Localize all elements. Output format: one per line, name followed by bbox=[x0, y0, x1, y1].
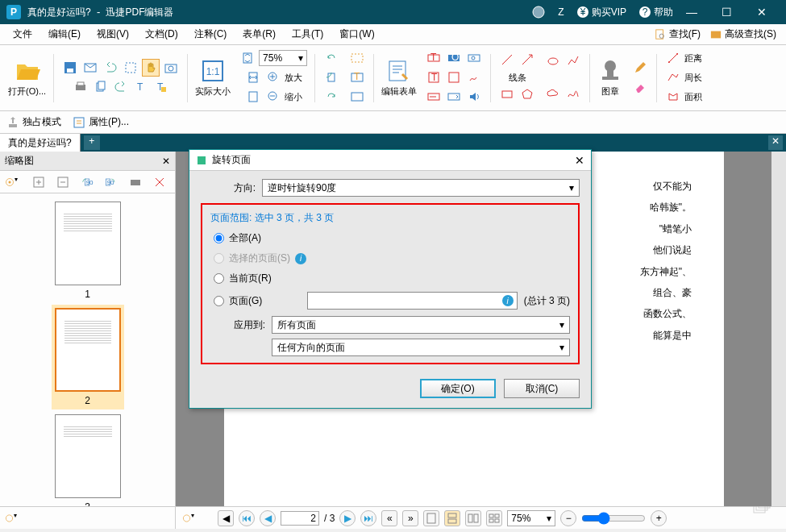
arrow-button[interactable] bbox=[518, 51, 536, 69]
help-button[interactable]: ?帮助 bbox=[639, 6, 673, 19]
next-page-button[interactable]: ▶ bbox=[339, 510, 356, 526]
adv-find-button[interactable]: 高级查找(S) bbox=[705, 27, 781, 41]
info-icon[interactable]: i bbox=[502, 295, 514, 306]
thumb-1[interactable]: 1 bbox=[55, 202, 121, 300]
prev-page-button[interactable]: ◀ bbox=[260, 510, 276, 526]
st-left-button[interactable]: ◀ bbox=[218, 510, 234, 526]
rotate-view-button[interactable] bbox=[322, 69, 340, 86]
fit-page-button[interactable] bbox=[239, 49, 256, 67]
ellipse-button[interactable] bbox=[544, 52, 562, 70]
open-button[interactable]: 打开(O)... bbox=[5, 48, 49, 107]
line-button[interactable] bbox=[498, 51, 516, 69]
menu-window[interactable]: 窗口(W) bbox=[331, 27, 382, 41]
thumb-zoomout-button[interactable] bbox=[53, 172, 73, 192]
snapshot-button[interactable] bbox=[162, 59, 180, 77]
stamp-button[interactable]: 图章 bbox=[594, 48, 626, 107]
st-options-button[interactable]: ▾ bbox=[5, 509, 23, 527]
fit-visible-button[interactable] bbox=[244, 88, 262, 106]
minimize-button[interactable]: — bbox=[686, 6, 709, 19]
form-sound-button[interactable] bbox=[465, 88, 483, 106]
radio-selected[interactable]: 选择的页面(S)i bbox=[214, 251, 570, 265]
forward-button[interactable]: » bbox=[402, 510, 418, 526]
select-button[interactable] bbox=[122, 59, 139, 77]
add-tab-button[interactable]: + bbox=[84, 135, 100, 150]
save-button[interactable] bbox=[61, 59, 79, 77]
rect-button[interactable] bbox=[498, 85, 516, 103]
exclusive-mode-button[interactable]: 独占模式 bbox=[6, 115, 61, 129]
form-link-button[interactable] bbox=[465, 49, 483, 67]
two-cont-button[interactable] bbox=[486, 510, 502, 526]
menu-tools[interactable]: 工具(T) bbox=[284, 27, 331, 41]
cont-page-button[interactable] bbox=[444, 510, 460, 526]
radio-all[interactable]: 全部(A) bbox=[214, 231, 570, 245]
edit-form-button[interactable]: 编辑表单 bbox=[378, 48, 420, 107]
pencil-button[interactable] bbox=[631, 59, 649, 77]
maximize-button[interactable]: ☐ bbox=[722, 6, 744, 19]
zoom-select[interactable]: 75%▾ bbox=[259, 50, 307, 66]
form-button-button[interactable]: OK bbox=[445, 49, 463, 67]
thumb-2[interactable]: 2 bbox=[52, 305, 124, 409]
sidebar-close-button[interactable]: ✕ bbox=[162, 156, 170, 167]
zoom-in-status-button[interactable]: + bbox=[651, 510, 667, 526]
pages-input[interactable]: i bbox=[307, 292, 517, 310]
thumb-zoomin-button[interactable] bbox=[29, 172, 48, 192]
radio-pages[interactable]: 页面(G) bbox=[214, 294, 262, 308]
form-combo-button[interactable] bbox=[445, 88, 463, 106]
single-page-button[interactable] bbox=[423, 510, 439, 526]
form-radio-button[interactable] bbox=[445, 69, 463, 86]
info-icon[interactable]: i bbox=[295, 253, 306, 264]
distance-button[interactable] bbox=[664, 49, 682, 67]
doc-tab[interactable]: 真的是好运吗? bbox=[0, 134, 81, 152]
textbox1-button[interactable] bbox=[348, 49, 366, 67]
last-page-button[interactable]: ⏭ bbox=[360, 510, 376, 526]
apply-select[interactable]: 所有页面▾ bbox=[272, 316, 570, 334]
eraser-button[interactable] bbox=[631, 78, 649, 96]
thumb-options-button[interactable]: ▾ bbox=[5, 172, 24, 192]
menu-edit[interactable]: 编辑(E) bbox=[40, 27, 89, 41]
redo-button[interactable] bbox=[112, 78, 130, 96]
first-page-button[interactable]: ⏮ bbox=[239, 510, 255, 526]
back-button[interactable]: « bbox=[381, 510, 397, 526]
side-tabs[interactable] bbox=[771, 152, 786, 506]
ok-button[interactable]: 确定(O) bbox=[420, 379, 496, 398]
edit-text-button[interactable]: T bbox=[132, 78, 150, 96]
zoom-out-button[interactable] bbox=[264, 88, 282, 106]
rotate-ccw-button[interactable] bbox=[322, 49, 340, 67]
menu-file[interactable]: 文件 bbox=[5, 27, 40, 41]
two-page-button[interactable] bbox=[465, 510, 481, 526]
user-label[interactable]: Z bbox=[558, 6, 564, 18]
close-button[interactable]: ✕ bbox=[757, 6, 780, 19]
textbox3-button[interactable] bbox=[348, 88, 366, 106]
undo-button[interactable] bbox=[102, 59, 119, 77]
orientation-select[interactable]: 任何方向的页面▾ bbox=[272, 339, 570, 356]
thumb-print-button[interactable] bbox=[126, 172, 145, 192]
hand-button[interactable] bbox=[142, 59, 160, 77]
perimeter-button[interactable] bbox=[664, 69, 682, 86]
fit-width-button[interactable] bbox=[244, 69, 262, 86]
buy-vip-button[interactable]: ¥购买VIP bbox=[577, 6, 626, 19]
st-gear-button[interactable]: ▾ bbox=[182, 509, 200, 527]
mail-button[interactable] bbox=[81, 59, 99, 77]
thumb-rotcw-button[interactable]: 90 bbox=[102, 172, 121, 192]
textbox2-button[interactable]: T bbox=[348, 69, 366, 86]
form-sign-button[interactable] bbox=[465, 69, 483, 86]
direction-select[interactable]: 逆时针旋转90度▾ bbox=[262, 179, 580, 197]
close-doc-button[interactable]: ✕ bbox=[768, 135, 783, 150]
rotate-cw-button[interactable] bbox=[322, 88, 340, 106]
cancel-button[interactable]: 取消(C) bbox=[504, 379, 580, 398]
thumb-3[interactable]: 3 bbox=[55, 414, 121, 506]
dialog-close-button[interactable]: ✕ bbox=[575, 154, 584, 167]
menu-comment[interactable]: 注释(C) bbox=[186, 27, 235, 41]
form-text-button[interactable]: T bbox=[425, 49, 443, 67]
menu-view[interactable]: 视图(V) bbox=[89, 27, 137, 41]
page-input[interactable] bbox=[281, 511, 319, 526]
polygon-button[interactable] bbox=[518, 85, 536, 103]
thumb-rotccw-button[interactable]: 90 bbox=[77, 172, 97, 192]
zoom-slider[interactable] bbox=[581, 512, 646, 525]
menu-form[interactable]: 表单(R) bbox=[235, 27, 284, 41]
copy-button[interactable] bbox=[92, 78, 110, 96]
radio-current[interactable]: 当前页(R) bbox=[214, 272, 570, 285]
thumb-delete-button[interactable] bbox=[150, 172, 169, 192]
form-check-button[interactable]: T bbox=[425, 69, 443, 86]
freehand-button[interactable] bbox=[564, 85, 582, 102]
